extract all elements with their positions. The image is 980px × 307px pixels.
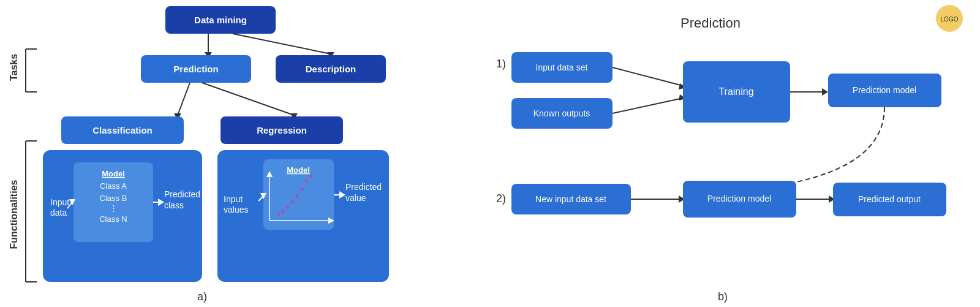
step1-label: 1) — [496, 58, 506, 70]
svg-text:Prediction: Prediction — [173, 64, 218, 74]
svg-point-46 — [277, 213, 281, 216]
functionalities-label: Functionalities — [9, 180, 19, 249]
svg-point-48 — [285, 205, 289, 209]
svg-line-69 — [612, 67, 683, 86]
svg-point-49 — [290, 200, 294, 204]
svg-text:value: value — [345, 193, 366, 203]
svg-line-71 — [612, 98, 683, 113]
svg-line-18 — [202, 83, 294, 115]
svg-point-51 — [300, 187, 304, 191]
step2-label: 2) — [496, 192, 506, 205]
svg-text:Description: Description — [306, 64, 356, 74]
svg-line-10 — [233, 34, 331, 54]
svg-text:New input data set: New input data set — [535, 194, 606, 204]
svg-text:Input data set: Input data set — [536, 63, 588, 72]
svg-text:LOGO: LOGO — [941, 16, 959, 23]
svg-text:Prediction model: Prediction model — [707, 194, 771, 203]
svg-text:Classification: Classification — [92, 125, 153, 135]
svg-point-50 — [295, 194, 299, 198]
svg-text:Predicted: Predicted — [345, 182, 382, 192]
right-diagram: Prediction LOGO 1) Input data set Known … — [478, 0, 974, 303]
left-svg: Tasks Functionalities Data mining — [0, 0, 466, 303]
svg-text:Training: Training — [718, 86, 753, 97]
svg-text:Class B: Class B — [100, 194, 127, 203]
svg-text:Model: Model — [287, 165, 310, 175]
svg-text:Data mining: Data mining — [194, 15, 247, 25]
svg-text:Input: Input — [224, 194, 243, 204]
svg-text:⋮: ⋮ — [110, 203, 118, 213]
svg-text:b): b) — [718, 290, 728, 303]
svg-text:Input: Input — [50, 197, 69, 207]
left-diagram: Tasks Functionalities Data mining — [0, 0, 466, 303]
svg-text:a): a) — [197, 290, 207, 303]
svg-point-53 — [309, 175, 313, 178]
svg-text:Regression: Regression — [257, 125, 307, 135]
svg-text:Predicted: Predicted — [164, 189, 200, 199]
svg-text:values: values — [224, 205, 248, 214]
svg-marker-76 — [822, 88, 828, 96]
left-panel: Tasks Functionalities Data mining — [0, 0, 478, 307]
tasks-label: Tasks — [9, 54, 19, 81]
svg-text:data: data — [50, 208, 67, 218]
prediction-title: Prediction — [680, 15, 741, 31]
svg-text:Class A: Class A — [100, 181, 127, 191]
svg-text:Known outputs: Known outputs — [533, 108, 590, 118]
main-container: Tasks Functionalities Data mining — [0, 0, 980, 307]
svg-text:Predicted output: Predicted output — [858, 194, 921, 204]
right-svg: Prediction LOGO 1) Input data set Known … — [478, 0, 974, 303]
svg-text:Class N: Class N — [99, 214, 127, 224]
svg-text:Prediction model: Prediction model — [853, 85, 916, 95]
svg-point-52 — [304, 179, 308, 183]
svg-line-16 — [178, 83, 190, 115]
svg-text:class: class — [164, 200, 184, 210]
svg-point-47 — [281, 210, 285, 213]
right-panel: Prediction LOGO 1) Input data set Known … — [478, 0, 980, 307]
svg-text:Model: Model — [102, 169, 125, 178]
